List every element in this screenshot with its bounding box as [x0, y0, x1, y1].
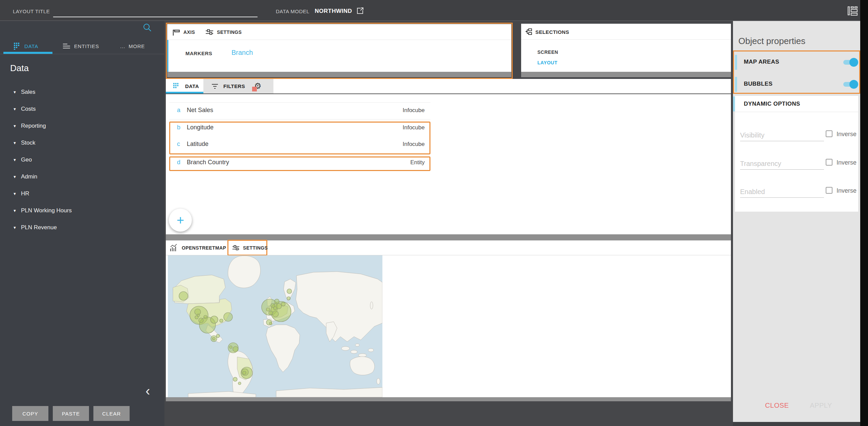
axis-panel-highlight: AXIS SETTINGS MARKERS Branch	[166, 23, 513, 79]
paste-button[interactable]: PASTE	[53, 406, 89, 421]
map-bubble[interactable]	[276, 303, 282, 309]
bubbles-toggle[interactable]	[843, 82, 858, 87]
axis-icon	[172, 28, 180, 37]
gear-icon[interactable]: ⚙	[254, 81, 266, 92]
map-bubble[interactable]	[179, 292, 188, 300]
tab-map-settings[interactable]: SETTINGS	[227, 240, 267, 256]
external-link-icon[interactable]	[356, 7, 364, 15]
sidebar-tab-more[interactable]: ... MORE	[120, 40, 145, 52]
sidebar-item-costs[interactable]: ▼Costs	[0, 103, 164, 115]
selections-panel: SELECTIONS SCREEN LAYOUT	[521, 24, 731, 72]
map-bubble[interactable]	[220, 319, 223, 322]
sidebar-item-label: Sales	[21, 89, 36, 95]
sidebar-tab-entities-label: ENTITIES	[74, 43, 99, 49]
tab-axis-settings[interactable]: SETTINGS	[205, 24, 242, 40]
dynamic-options-title: DYNAMIC OPTIONS	[744, 101, 800, 107]
sidebar-item-pln-revenue[interactable]: ▼PLN Revenue	[0, 222, 164, 233]
map-bubble[interactable]	[272, 311, 279, 317]
sidebar-item-pln-working-hours[interactable]: ▼PLN Working Hours	[0, 205, 164, 216]
map-bubble[interactable]	[204, 315, 207, 319]
axis-panel-tabs: AXIS SETTINGS	[167, 24, 511, 40]
data-row-net-sales[interactable]: a Net Sales Infocube	[166, 107, 430, 115]
selections-item-layout[interactable]: LAYOUT	[537, 60, 557, 65]
caret-down-icon: ▼	[13, 209, 18, 213]
visibility-field[interactable]	[740, 130, 824, 141]
transparency-field[interactable]	[740, 158, 824, 170]
measures-panel: a Net Sales Infocube b Longitude Infocub…	[166, 94, 731, 234]
tab-axis-settings-label: SETTINGS	[217, 29, 242, 35]
sidebar-item-label: PLN Working Hours	[21, 207, 72, 214]
row-type: Entity	[382, 159, 425, 166]
layout-title-input[interactable]	[53, 17, 258, 17]
map-bubble[interactable]	[287, 297, 290, 300]
map-bubble[interactable]	[243, 371, 246, 375]
close-button[interactable]: CLOSE	[759, 400, 795, 411]
layout-title-label: LAYOUT TITLE	[13, 8, 50, 14]
enabled-field[interactable]	[740, 186, 824, 198]
row-key: d	[177, 159, 180, 166]
data-row-longitude[interactable]: b Longitude Infocube	[166, 124, 430, 133]
map-bubble[interactable]	[210, 316, 218, 323]
tab-data[interactable]: DATA	[166, 79, 203, 93]
row-name: Branch Country	[187, 159, 229, 166]
data-grid-icon	[173, 83, 180, 90]
map-bubble[interactable]	[229, 346, 232, 348]
row-accent-bar	[735, 77, 737, 92]
selections-header: SELECTIONS	[521, 24, 731, 40]
map-bubble[interactable]	[224, 313, 232, 321]
map-bubble[interactable]	[281, 302, 285, 306]
sidebar-item-admin[interactable]: ▼Admin	[0, 171, 164, 183]
sidebar-item-hr[interactable]: ▼HR	[0, 188, 164, 199]
collapse-sidebar-icon[interactable]: ‹	[146, 384, 150, 398]
map-bubble[interactable]	[269, 322, 272, 325]
map-bubble[interactable]	[269, 311, 273, 315]
sliders-icon	[205, 28, 214, 37]
selections-title: SELECTIONS	[535, 29, 569, 35]
report-layout-icon[interactable]	[847, 5, 858, 16]
sidebar-item-stock[interactable]: ▼Stock	[0, 137, 164, 149]
axis-panel-scrollbar[interactable]	[167, 72, 511, 77]
data-row-latitude[interactable]: c Latitude Infocube	[166, 141, 430, 149]
markers-label: MARKERS	[185, 50, 212, 56]
enabled-inverse-checkbox[interactable]	[826, 187, 832, 194]
tab-axis[interactable]: AXIS	[172, 24, 195, 40]
caret-down-icon: ▼	[13, 192, 18, 196]
map-bubble[interactable]	[238, 382, 241, 385]
map-bubble[interactable]	[287, 289, 292, 294]
caret-down-icon: ▼	[13, 158, 18, 162]
visibility-inverse-checkbox[interactable]	[826, 130, 832, 137]
sidebar-item-reporting[interactable]: ▼Reporting	[0, 120, 164, 132]
add-measure-button[interactable]: +	[169, 209, 192, 232]
map-bubble[interactable]	[197, 314, 200, 317]
entities-list-icon	[63, 43, 71, 49]
sidebar-tab-data[interactable]: DATA	[14, 40, 38, 52]
map-bubble[interactable]	[274, 299, 279, 304]
copy-button[interactable]: COPY	[12, 406, 48, 421]
markers-value[interactable]: Branch	[231, 49, 253, 57]
selections-scrollbar[interactable]	[521, 72, 731, 77]
caret-down-icon: ▼	[13, 226, 18, 230]
transparency-inverse-checkbox[interactable]	[826, 159, 832, 166]
map-bubble[interactable]	[233, 346, 238, 352]
map-bubble[interactable]	[266, 308, 270, 311]
sidebar-tab-entities[interactable]: ENTITIES	[63, 40, 99, 52]
map-bubble[interactable]	[213, 337, 215, 340]
map-bubble[interactable]	[199, 318, 203, 323]
map-areas-toggle[interactable]	[843, 60, 858, 65]
world-map[interactable]	[168, 255, 382, 397]
map-bubble[interactable]	[216, 334, 220, 338]
sidebar-tab-more-label: MORE	[129, 43, 145, 49]
tab-openstreetmap[interactable]: OPENSTREETMAP	[170, 240, 226, 255]
sidebar-item-geo[interactable]: ▼Geo	[0, 154, 164, 166]
sidebar-item-sales[interactable]: ▼Sales	[0, 86, 164, 98]
map-bubble[interactable]	[233, 377, 237, 381]
clear-button[interactable]: CLEAR	[93, 406, 130, 421]
tab-filters[interactable]: FILTERS ⚙	[203, 79, 273, 93]
ellipsis-icon: ...	[120, 43, 125, 49]
data-row-branch-country[interactable]: d Branch Country Entity	[166, 159, 430, 168]
search-icon[interactable]	[143, 23, 152, 32]
selections-item-screen[interactable]: SCREEN	[537, 49, 558, 55]
sidebar-tab-data-label: DATA	[24, 43, 38, 49]
map-scrollbar[interactable]	[166, 397, 731, 401]
sidebar-item-label: Stock	[21, 140, 36, 146]
